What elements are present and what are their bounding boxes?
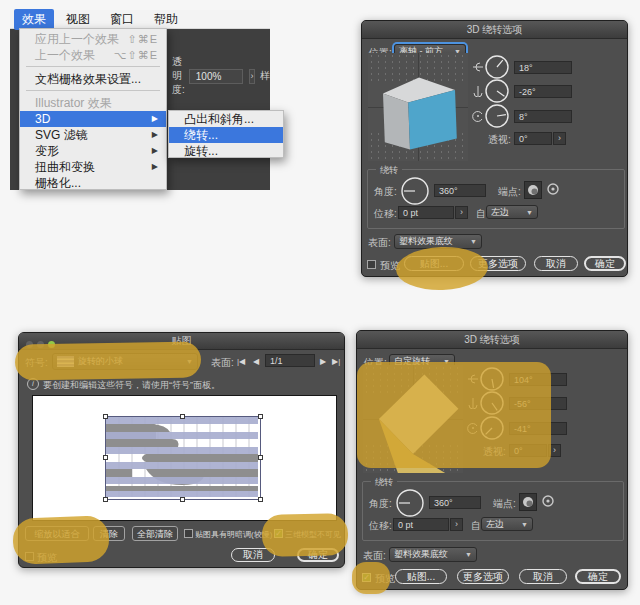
offset-value[interactable]: 0 pt [398,206,454,219]
selection-handle[interactable] [103,455,108,460]
chevron-down-icon: ▼ [526,209,533,216]
shortcut: ⌥⇧⌘E [114,47,158,63]
ok-button[interactable]: 确定 [584,256,626,271]
offset-value[interactable]: 0 pt [393,518,449,531]
highlight-marker-symbol-dropdown [15,341,202,380]
cap-label: 端点: [493,497,516,511]
artwork-selection-box[interactable] [105,416,261,500]
menu-separator [26,66,160,67]
menu-item-distort-transform[interactable]: 扭曲和变换 ▶ [20,159,166,175]
selection-handle[interactable] [103,497,108,502]
submenu-item-extrude-bevel[interactable]: 凸出和斜角... [169,111,283,127]
rotate-y-value[interactable]: -26° [514,85,572,98]
transparency-row: 透明度: 100% › 样 [172,55,270,97]
offset-spinner[interactable]: › [450,518,463,531]
angle-value[interactable]: 360° [429,496,481,509]
submenu-item-rotate[interactable]: 旋转... [169,143,283,159]
menu-item-document-raster-settings[interactable]: 文档栅格效果设置... [20,71,166,87]
selection-handle[interactable] [103,414,108,419]
selection-handle[interactable] [180,497,185,502]
offset-label: 位移: [374,207,397,221]
previous-surface-button[interactable]: ◀ [253,355,259,368]
perspective-spinner[interactable]: › [553,132,566,145]
highlight-marker-invisible-geometry [262,513,349,556]
surface-page-field[interactable]: 1/1 [265,354,315,367]
screenshot-root: 透明度: 100% › 样 效果 视图 窗口 帮助 应用上一个效果 ⇧⌘E 上一… [0,0,640,605]
clipped-panel-text: 样 [260,69,270,83]
transparency-value[interactable]: 100% [189,69,243,84]
symbols-panel-hint: 要创建和编辑这些符号，请使用“符号”面板。 [43,379,220,392]
menubar-item-view[interactable]: 视图 [58,9,98,30]
3d-preview-area[interactable] [368,53,468,161]
rotate-x-dial[interactable] [484,54,510,80]
revolve-section-title: 绕转 [371,476,397,489]
menu-item-svg-filters[interactable]: SVG 滤镜 ▶ [20,127,166,143]
menu-item-illustrator-effects-header: Illustrator 效果 [20,95,166,111]
surface-label: 表面: [368,236,391,250]
selection-handle[interactable] [180,414,185,419]
next-surface-button[interactable]: ▶ [320,355,326,368]
cap-hollow-button[interactable] [545,181,561,197]
map-art-button[interactable]: 贴图... [395,569,447,584]
ok-button[interactable]: 确定 [575,569,621,584]
cap-label: 端点: [498,185,521,199]
menubar-item-window[interactable]: 窗口 [102,9,142,30]
map-preview-canvas[interactable] [32,395,337,521]
transparency-label: 透明度: [172,55,185,97]
menubar-item-effect[interactable]: 效果 [14,9,54,30]
dialog-title: 3D 绕转选项 [357,331,627,349]
cube-preview [373,63,465,153]
cap-hollow-button[interactable] [540,493,556,509]
from-dropdown[interactable]: 左边 ▼ [481,517,533,531]
highlight-marker-scale-to-fit [12,515,110,564]
cap-solid-button[interactable] [524,181,542,199]
rotate-z-axis-icon [472,110,484,122]
last-surface-button[interactable]: ▶| [332,355,340,368]
first-surface-button[interactable]: |◀ [237,355,245,368]
surface-dropdown[interactable]: 塑料效果底纹 ▼ [389,547,477,562]
menubar-item-help[interactable]: 帮助 [146,9,186,30]
selection-handle[interactable] [258,455,263,460]
preview-checkbox[interactable] [367,260,376,269]
offset-label: 位移: [369,519,392,533]
angle-dial[interactable] [395,488,425,518]
from-dropdown[interactable]: 左边 ▼ [486,205,538,219]
menu-item-rasterize[interactable]: 栅格化... [20,175,166,191]
map-surface-label: 表面: [211,356,234,370]
rotate-z-value[interactable]: 8° [514,110,572,123]
more-options-button[interactable]: 更多选项 [457,569,509,584]
surface-label: 表面: [363,549,386,563]
cancel-button[interactable]: 取消 [534,256,578,271]
menu-item-apply-last-effect[interactable]: 应用上一个效果 ⇧⌘E [20,31,166,47]
menu-item-3d[interactable]: 3D ▶ [20,111,166,127]
angle-dial[interactable] [400,176,430,206]
effect-menu-dropdown: 应用上一个效果 ⇧⌘E 上一个效果 ⌥⇧⌘E 文档栅格效果设置... Illus… [19,28,167,190]
menu-separator [26,90,160,91]
mapped-artwork [106,417,258,497]
highlight-marker-rotation-area [357,362,551,468]
rotate-x-value[interactable]: 18° [514,61,572,74]
rotate-z-dial[interactable] [484,103,510,129]
offset-spinner[interactable]: › [455,206,468,219]
perspective-value[interactable]: 0° [514,132,552,145]
clear-all-button[interactable]: 全部清除 [132,526,178,541]
rotate-y-dial[interactable] [484,78,510,104]
chevron-down-icon: ▼ [470,238,477,245]
shade-artwork-label: 贴图具有明暗调(较慢) [195,529,272,540]
menu-item-last-effect[interactable]: 上一个效果 ⌥⇧⌘E [20,47,166,63]
selection-handle[interactable] [258,414,263,419]
submenu-arrow-icon: ▶ [152,159,158,175]
highlight-marker-preview-checkbox [352,562,390,594]
menu-item-warp[interactable]: 变形 ▶ [20,143,166,159]
shade-artwork-checkbox[interactable] [184,529,193,538]
chevron-down-icon: ▼ [521,521,528,528]
transparency-spinner[interactable]: › [249,69,255,84]
angle-value[interactable]: 360° [434,184,486,197]
cap-solid-button[interactable] [519,493,537,511]
angle-label: 角度: [369,497,392,511]
dialog-title: 3D 绕转选项 [362,21,627,39]
submenu-item-revolve[interactable]: 绕转... [169,127,283,143]
cancel-button[interactable]: 取消 [519,569,567,584]
rotate-x-axis-icon [472,61,484,73]
selection-handle[interactable] [258,497,263,502]
